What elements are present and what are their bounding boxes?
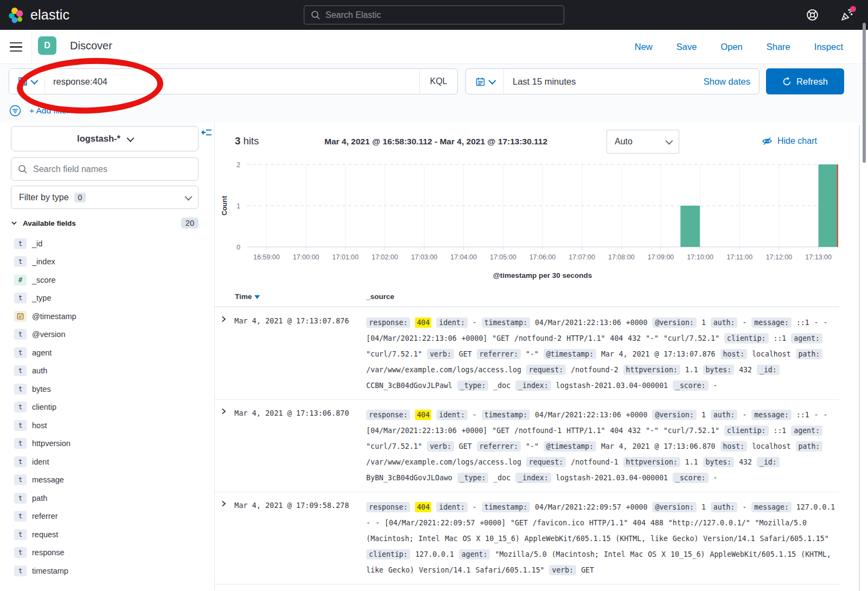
field-list-item[interactable]: t host	[0, 416, 215, 435]
sort-desc-icon	[254, 295, 260, 299]
field-list-item[interactable]: t timestamp	[0, 562, 215, 580]
field-list-item[interactable]: t clientip	[0, 398, 215, 417]
source-field-badge: httpversion:	[623, 457, 680, 467]
source-value: -	[742, 503, 746, 511]
page-title: Discover	[70, 40, 112, 52]
field-list-item[interactable]: t ident	[0, 453, 215, 471]
filter-icon[interactable]	[9, 104, 22, 117]
histogram-chart[interactable]: 16:59:0017:00:0017:01:0017:02:0017:03:00…	[217, 159, 846, 287]
collapse-sidebar-button[interactable]	[201, 127, 212, 140]
source-field-badge: agent:	[459, 549, 490, 560]
field-type-icon: #	[14, 275, 27, 285]
search-icon	[311, 10, 321, 20]
global-search-input[interactable]: Search Elastic	[304, 5, 564, 24]
field-list-item[interactable]: t referrer	[0, 507, 215, 526]
source-field-badge: clientip:	[724, 425, 768, 436]
show-dates-link[interactable]: Show dates	[704, 69, 759, 94]
scrollbar-thumb[interactable]	[863, 23, 866, 163]
chevron-down-icon	[30, 77, 38, 85]
svg-text:17:13:00: 17:13:00	[805, 253, 832, 261]
index-pattern-name: logstash-*	[77, 134, 120, 144]
available-fields-header[interactable]: Available fields 20	[11, 216, 199, 230]
expand-row-button[interactable]	[220, 500, 227, 510]
source-value: "curl/7.52.1"	[366, 442, 422, 450]
source-value: /notfound-2	[571, 366, 618, 374]
field-type-icon: t	[14, 456, 27, 467]
source-field-badge: httpversion:	[623, 365, 680, 375]
menu-hamburger-button[interactable]	[10, 42, 22, 52]
field-name: response	[32, 548, 65, 557]
index-pattern-selector[interactable]: logstash-*	[11, 126, 199, 151]
field-list-item[interactable]: t auth	[0, 362, 215, 380]
doc-table-header: Time _source	[215, 291, 839, 307]
source-value: 1	[701, 319, 706, 327]
field-list-item[interactable]: t agent	[0, 344, 215, 362]
nav-action-open[interactable]: Open	[720, 42, 742, 52]
field-list-item[interactable]: t response	[0, 544, 215, 562]
add-filter-link[interactable]: + Add filter	[29, 106, 69, 116]
news-feed-button[interactable]	[840, 8, 854, 22]
source-field-badge: bytes:	[703, 457, 735, 467]
field-type-icon: t	[14, 493, 27, 504]
source-value: 432	[739, 366, 752, 374]
interval-select[interactable]: Auto	[607, 130, 679, 154]
source-field-badge: _id:	[757, 457, 780, 467]
saved-queries-button[interactable]	[9, 69, 45, 94]
expand-row-button[interactable]	[220, 315, 227, 325]
source-value: ::1	[773, 427, 786, 435]
field-list-item[interactable]: t _type	[0, 289, 215, 308]
field-list-item[interactable]: t httpversion	[0, 435, 215, 453]
source-value: 432	[739, 458, 752, 466]
help-button[interactable]	[805, 8, 819, 22]
field-list-item[interactable]: t message	[0, 471, 215, 490]
field-list-item[interactable]: t request	[0, 525, 215, 544]
field-list-item[interactable]: t path	[0, 489, 215, 507]
source-value: -	[713, 382, 718, 390]
nav-action-save[interactable]: Save	[676, 42, 697, 52]
hide-chart-button[interactable]: Hide chart	[762, 136, 817, 147]
field-list-item[interactable]: t @version	[0, 326, 215, 344]
nav-action-inspect[interactable]: Inspect	[814, 42, 843, 52]
refresh-button[interactable]: Refresh	[766, 68, 844, 94]
field-list-item[interactable]: t _index	[0, 253, 215, 271]
expand-row-button[interactable]	[220, 408, 227, 417]
query-language-button[interactable]: KQL	[419, 69, 457, 94]
field-list-item[interactable]: t bytes	[0, 380, 215, 398]
elastic-brand[interactable]: elastic	[0, 7, 69, 24]
discover-app-badge[interactable]: D	[38, 36, 56, 55]
field-type-icon: t	[14, 347, 27, 358]
nav-action-new[interactable]: New	[635, 42, 653, 52]
query-input[interactable]: response:404	[45, 69, 419, 94]
svg-text:2: 2	[237, 161, 240, 169]
source-value: localhost	[752, 442, 790, 450]
source-field-badge: host:	[720, 349, 748, 359]
chevron-down-icon	[665, 137, 673, 145]
source-field-badge: @version:	[652, 502, 696, 512]
nav-action-share[interactable]: Share	[767, 42, 790, 52]
calendar-icon	[17, 313, 24, 320]
source-field-badge: agent:	[791, 333, 822, 344]
hits-count: 3	[235, 135, 240, 147]
filter-by-type-dropdown[interactable]: Filter by type 0	[11, 186, 199, 209]
source-field-badge: timestamp:	[482, 410, 530, 420]
source-field-badge: ident:	[436, 410, 468, 420]
field-name: @version	[32, 330, 65, 339]
source-value: logstash-2021.03.04-000001	[556, 474, 668, 482]
field-name: agent	[32, 348, 52, 357]
scrollbar-track	[859, 125, 860, 591]
field-list: t _id t _index # _score t _type @timesta…	[0, 234, 215, 580]
svg-text:0: 0	[237, 244, 240, 251]
field-list-item[interactable]: @timestamp	[0, 307, 215, 326]
field-list-item[interactable]: # _score	[0, 271, 215, 289]
field-search-input[interactable]: Search field names	[11, 157, 199, 181]
time-column-header[interactable]: Time	[235, 293, 260, 301]
time-range-value[interactable]: Last 15 minutes	[504, 69, 704, 94]
field-type-icon: t	[14, 402, 27, 412]
field-type-icon	[14, 311, 27, 322]
chevron-right-icon	[220, 315, 227, 323]
source-field-badge: message:	[751, 410, 792, 420]
refresh-label: Refresh	[796, 77, 828, 87]
source-field-badge: clientip:	[366, 549, 410, 560]
field-list-item[interactable]: t _id	[0, 234, 215, 253]
date-picker-button[interactable]	[466, 69, 504, 94]
